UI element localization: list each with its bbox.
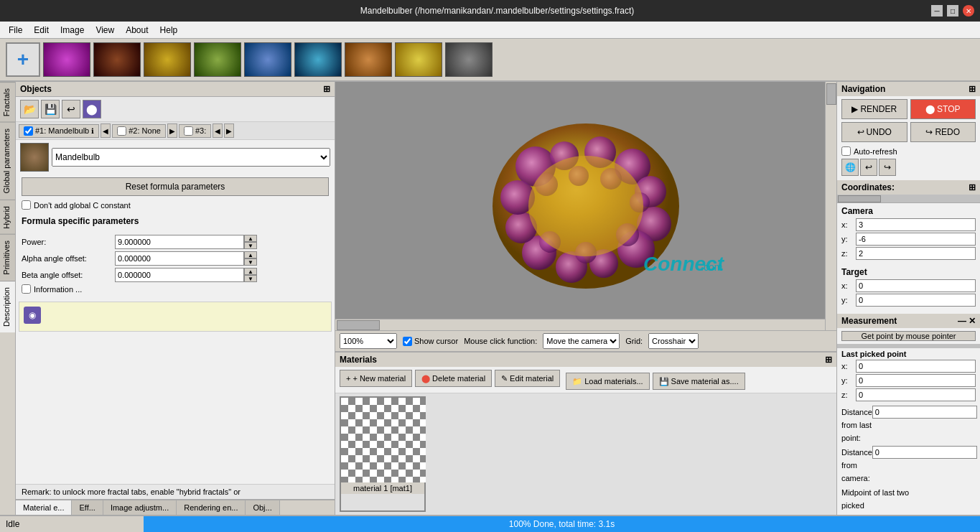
- minimize-button[interactable]: ─: [931, 5, 943, 17]
- redo-button[interactable]: ↪ REDO: [910, 122, 976, 142]
- beta-input[interactable]: [115, 268, 244, 282]
- material-item-1[interactable]: material 1 [mat1]: [340, 396, 426, 512]
- coords-scrollbar[interactable]: [837, 195, 980, 203]
- menu-view[interactable]: View: [90, 24, 120, 37]
- undo-button[interactable]: ↩ UNDO: [841, 122, 907, 142]
- lbtab-obj[interactable]: Obj...: [246, 500, 279, 515]
- information-checkbox[interactable]: [22, 284, 31, 294]
- fractal-tab-2[interactable]: #2: None: [112, 124, 166, 138]
- vtab-primitives[interactable]: Primitives: [0, 234, 15, 281]
- nav-icon-1[interactable]: 🌐: [841, 159, 859, 176]
- delete-material-button[interactable]: ⬤ Delete material: [415, 370, 492, 387]
- new-material-button[interactable]: + + New material: [340, 370, 412, 387]
- power-spin-up[interactable]: ▲: [244, 235, 257, 242]
- preset-thumb-8[interactable]: [395, 42, 442, 77]
- fractal-tab-2-arrow[interactable]: ▶: [167, 123, 177, 138]
- target-y-label: y:: [841, 296, 856, 304]
- preset-thumb-6[interactable]: [294, 42, 342, 77]
- load-materials-button[interactable]: 📁 Load materials...: [566, 373, 649, 390]
- fractal-tab-1-info-icon[interactable]: ℹ: [91, 127, 94, 135]
- fractal-tab-3-arrow[interactable]: ◀: [213, 123, 223, 138]
- show-cursor-checkbox[interactable]: [403, 337, 412, 346]
- preset-thumb-3[interactable]: [144, 42, 191, 77]
- hscrollbar-thumb[interactable]: [337, 320, 380, 330]
- beta-spin-up[interactable]: ▲: [244, 268, 257, 275]
- preset-thumb-5[interactable]: [244, 42, 291, 77]
- alpha-spin-down[interactable]: ▼: [244, 258, 257, 266]
- vtab-hybrid[interactable]: Hybrid: [0, 200, 15, 235]
- preset-thumb-1[interactable]: [43, 42, 90, 77]
- fractal-tab-1-checkbox[interactable]: [24, 126, 33, 136]
- fractal-tab-2-checkbox[interactable]: [117, 126, 126, 136]
- nav-icon-3[interactable]: ↪: [879, 159, 896, 176]
- preset-thumb-9[interactable]: [445, 42, 493, 77]
- preset-thumb-2[interactable]: [93, 42, 141, 77]
- menu-edit[interactable]: Edit: [28, 24, 55, 37]
- target-x-input[interactable]: [856, 279, 976, 292]
- render-vscrollbar[interactable]: [825, 82, 836, 330]
- measurement-close-icon[interactable]: ✕: [969, 316, 976, 326]
- ftool-save-button[interactable]: 💾: [41, 100, 60, 118]
- dont-add-global-c-checkbox[interactable]: [22, 200, 31, 210]
- reset-formula-button[interactable]: Reset formula parameters: [22, 177, 329, 196]
- mouse-fn-select[interactable]: Move the camera: [543, 333, 620, 349]
- meas-x-input[interactable]: [856, 360, 976, 373]
- render-hscrollbar[interactable]: [335, 319, 825, 330]
- fractal-tab-add[interactable]: ▶: [224, 123, 234, 138]
- target-y-input[interactable]: [856, 294, 976, 307]
- ftool-undo-button[interactable]: ↩: [62, 100, 80, 118]
- preset-thumb-7[interactable]: [345, 42, 392, 77]
- ftool-open-button[interactable]: 📂: [20, 100, 39, 118]
- formula-select[interactable]: Mandelbulb: [52, 148, 330, 167]
- fractal-tab-3[interactable]: #3:: [179, 124, 211, 138]
- fractal-tab-1-left[interactable]: ◀: [101, 123, 111, 138]
- menu-help[interactable]: Help: [154, 24, 184, 37]
- close-button[interactable]: ✕: [963, 5, 974, 17]
- vtab-global-params[interactable]: Global parameters: [0, 122, 15, 200]
- dist-last-input[interactable]: [872, 406, 977, 419]
- nav-icon-2[interactable]: ↩: [860, 159, 877, 176]
- camera-x-input[interactable]: [856, 218, 976, 231]
- auto-refresh-checkbox[interactable]: [841, 146, 851, 156]
- vtab-description[interactable]: Description: [0, 281, 15, 332]
- coords-scroll-thumb[interactable]: [838, 195, 881, 202]
- menu-file[interactable]: File: [3, 24, 28, 37]
- lbtab-material[interactable]: Material e...: [16, 500, 72, 515]
- ftool-color-button[interactable]: ⬤: [83, 100, 101, 118]
- measurement-minimize-icon[interactable]: —: [958, 316, 966, 326]
- add-preset-button[interactable]: +: [6, 42, 40, 77]
- dist-camera-input[interactable]: [872, 446, 977, 459]
- vscrollbar-thumb[interactable]: [826, 83, 836, 105]
- fractal-tab-3-checkbox[interactable]: [184, 126, 193, 136]
- render-button[interactable]: ▶ RENDER: [841, 99, 907, 119]
- meas-z-input[interactable]: [856, 388, 976, 401]
- menu-about[interactable]: About: [120, 24, 154, 37]
- beta-spin-down[interactable]: ▼: [244, 275, 257, 282]
- camera-z-input[interactable]: [856, 247, 976, 260]
- nav-options-icon[interactable]: ⊞: [969, 84, 976, 94]
- stop-button[interactable]: ⬤ STOP: [910, 99, 976, 119]
- maximize-button[interactable]: □: [947, 5, 958, 17]
- vtab-fractals[interactable]: Fractals: [0, 82, 15, 122]
- lbtab-image[interactable]: Image adjustm...: [103, 500, 177, 515]
- menu-image[interactable]: Image: [55, 24, 90, 37]
- objects-options-icon[interactable]: ⊞: [323, 84, 330, 94]
- coords-options-icon[interactable]: ⊞: [969, 182, 976, 192]
- render-area[interactable]: Connect .com: [335, 82, 836, 330]
- camera-y-input[interactable]: [856, 233, 976, 246]
- get-point-button[interactable]: Get point by mouse pointer: [841, 331, 976, 341]
- power-input[interactable]: [115, 235, 244, 249]
- lbtab-rendering[interactable]: Rendering en...: [177, 500, 246, 515]
- power-spin-down[interactable]: ▼: [244, 242, 257, 249]
- materials-options-icon[interactable]: ⊞: [825, 355, 832, 365]
- meas-y-input[interactable]: [856, 374, 976, 387]
- zoom-select[interactable]: 100%: [340, 333, 397, 349]
- alpha-input[interactable]: [115, 251, 244, 266]
- save-material-button[interactable]: 💾 Save material as....: [653, 373, 745, 390]
- lbtab-eff[interactable]: Eff...: [72, 500, 103, 515]
- fractal-tab-1[interactable]: #1: Mandelbulb ℹ: [19, 124, 99, 138]
- preset-thumb-4[interactable]: [194, 42, 241, 77]
- edit-material-button[interactable]: ✎ Edit material: [495, 370, 560, 387]
- alpha-spin-up[interactable]: ▲: [244, 251, 257, 258]
- grid-select[interactable]: Crosshair: [648, 333, 699, 349]
